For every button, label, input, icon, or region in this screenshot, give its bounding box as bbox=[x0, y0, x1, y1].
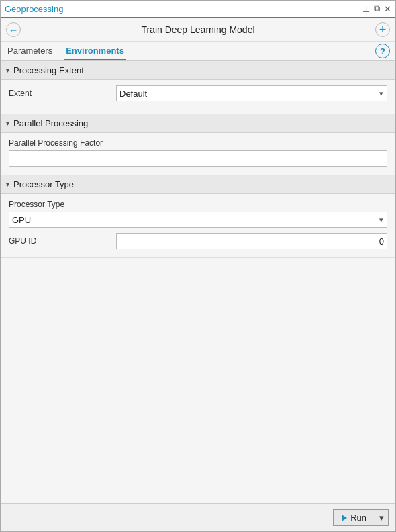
main-window: Geoprocessing ⊥ ⧉ ✕ ← Train Deep Learnin… bbox=[0, 0, 396, 532]
toolbar-center: Train Deep Learning Model bbox=[21, 24, 375, 35]
help-button[interactable]: ? bbox=[375, 44, 390, 58]
run-label: Run bbox=[350, 513, 366, 523]
parallel-processing-factor-input[interactable] bbox=[9, 150, 387, 167]
page-title: Train Deep Learning Model bbox=[141, 24, 254, 35]
footer: Run ▾ bbox=[1, 503, 395, 531]
section-parallel-processing: ▾ Parallel Processing Parallel Processin… bbox=[1, 114, 395, 175]
add-icon: + bbox=[379, 24, 387, 36]
float-button[interactable]: ⧉ bbox=[374, 3, 380, 14]
close-button[interactable]: ✕ bbox=[384, 4, 391, 14]
gpu-id-row: GPU ID bbox=[9, 233, 387, 249]
section-processing-extent-label: Processing Extent bbox=[13, 65, 84, 75]
extent-label: Extent bbox=[9, 89, 116, 98]
chevron-icon-processing-extent: ▾ bbox=[6, 66, 9, 74]
app-title: Geoprocessing bbox=[5, 4, 63, 14]
tab-parameters[interactable]: Parameters bbox=[6, 42, 54, 60]
pin-button[interactable]: ⊥ bbox=[362, 4, 370, 14]
gpu-id-label: GPU ID bbox=[9, 236, 116, 246]
title-bar-left: Geoprocessing bbox=[5, 4, 63, 14]
run-dropdown-icon: ▾ bbox=[379, 513, 384, 523]
processor-type-select[interactable]: GPU CPU bbox=[9, 212, 387, 228]
back-icon: ← bbox=[9, 24, 19, 36]
extent-select[interactable]: Default Union of Inputs Intersection of … bbox=[116, 85, 387, 101]
tabs-container: Parameters Environments bbox=[1, 42, 375, 60]
section-parallel-processing-label: Parallel Processing bbox=[13, 118, 88, 128]
run-play-icon bbox=[342, 515, 347, 521]
tabs-bar: Parameters Environments ? bbox=[1, 42, 395, 61]
processor-type-label: Processor Type bbox=[9, 200, 387, 209]
run-dropdown-button[interactable]: ▾ bbox=[375, 510, 388, 525]
gpu-id-input[interactable] bbox=[116, 233, 387, 249]
chevron-icon-processor-type: ▾ bbox=[6, 181, 9, 188]
section-processor-type: ▾ Processor Type Processor Type GPU CPU bbox=[1, 175, 395, 258]
content-area: ▾ Processing Extent Extent Default Union… bbox=[1, 61, 395, 503]
toolbar: ← Train Deep Learning Model + bbox=[1, 18, 395, 42]
section-processing-extent-body: Extent Default Union of Inputs Intersect… bbox=[1, 80, 395, 114]
section-processor-type-label: Processor Type bbox=[13, 179, 74, 189]
parallel-processing-factor-label: Parallel Processing Factor bbox=[9, 138, 387, 148]
section-processing-extent: ▾ Processing Extent Extent Default Union… bbox=[1, 61, 395, 114]
section-processor-type-body: Processor Type GPU CPU GPU ID bbox=[1, 194, 395, 258]
section-processor-type-header[interactable]: ▾ Processor Type bbox=[1, 175, 395, 194]
extent-field-row: Extent Default Union of Inputs Intersect… bbox=[9, 85, 387, 101]
help-icon: ? bbox=[380, 46, 385, 56]
run-button[interactable]: Run bbox=[334, 510, 375, 525]
section-parallel-processing-body: Parallel Processing Factor bbox=[1, 133, 395, 175]
toolbar-right: + bbox=[375, 22, 390, 37]
title-bar-controls: ⊥ ⧉ ✕ bbox=[362, 3, 391, 14]
processor-type-field: Processor Type GPU CPU bbox=[9, 200, 387, 228]
back-button[interactable]: ← bbox=[6, 22, 21, 37]
run-button-group: Run ▾ bbox=[333, 509, 389, 526]
toolbar-left: ← bbox=[6, 22, 21, 37]
parallel-processing-factor-field: Parallel Processing Factor bbox=[9, 138, 387, 167]
processor-type-select-wrapper: GPU CPU bbox=[9, 212, 387, 228]
section-parallel-processing-header[interactable]: ▾ Parallel Processing bbox=[1, 114, 395, 133]
tab-environments[interactable]: Environments bbox=[64, 42, 126, 60]
extent-select-wrapper: Default Union of Inputs Intersection of … bbox=[116, 85, 387, 101]
title-bar: Geoprocessing ⊥ ⧉ ✕ bbox=[1, 1, 395, 18]
add-button[interactable]: + bbox=[375, 22, 390, 37]
chevron-icon-parallel-processing: ▾ bbox=[6, 120, 9, 127]
section-processing-extent-header[interactable]: ▾ Processing Extent bbox=[1, 61, 395, 80]
